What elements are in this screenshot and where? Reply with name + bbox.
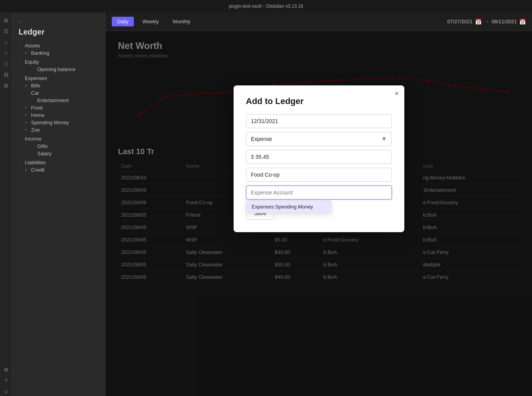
tree-row-entertainment[interactable]: Entertainment [12,97,105,104]
tree-toggle-home: + [25,113,31,117]
account-field: Expenses:Spending Money [246,186,392,200]
tree-toggle-zoe: + [25,128,31,132]
account-input[interactable] [246,186,392,200]
tree-label-entertainment: Entertainment [37,97,99,103]
tree-item-income: - Income Gifts Salary [12,134,105,158]
autocomplete-item-0[interactable]: Expenses:Spending Money [246,201,331,213]
tree-row-opening-balance[interactable]: Opening balance [12,66,105,73]
titlebar: plugin-test-vault - Obsidian v0.13.16 [0,0,532,12]
add-to-ledger-modal: × Add to Ledger Expense Income Transfer … [234,85,404,232]
amount-prefix: $ [251,154,254,160]
rail-icon-files[interactable]: ☰ [2,26,11,36]
date-field [246,114,392,128]
tree-row-home[interactable]: + Home [12,111,105,119]
tree-toggle-spending: + [25,120,31,125]
amount-input[interactable] [255,150,386,163]
tree-label-expenses: Expenses [25,75,99,81]
date-range-group: 07/27/2021 📅 → 08/11/2021 📅 [447,19,526,25]
tree-label-zoe: Zoe [31,127,99,133]
tree-label-bills: Bills [31,83,99,89]
period-daily-btn[interactable]: Daily [112,17,134,26]
date-arrow-icon: → [484,19,489,25]
tree-row-expenses[interactable]: - Expenses [12,75,105,82]
tree-row-zoe[interactable]: + Zoe [12,126,105,134]
rail-icon-search[interactable]: ⌕ [2,37,11,47]
tree-label-food: Food [31,105,99,111]
top-bar: Daily Weekly Monthly 07/27/2021 📅 → 08/1… [106,12,532,31]
period-weekly-btn[interactable]: Weekly [137,17,164,26]
tree-item-assets: - Assets + Banking [12,41,105,57]
tree-toggle-expenses: - [19,76,25,80]
calendar-from-icon[interactable]: 📅 [475,19,482,25]
tree-label-income: Income [25,136,99,142]
page-body: Net Worth Assets minus liabilities [106,31,532,396]
tree-row-income[interactable]: - Income [12,135,105,142]
amount-field: $ [246,150,392,164]
sidebar-title: Ledger [12,26,105,41]
tree-label-home: Home [31,112,99,118]
tree-label-opening: Opening balance [37,66,99,72]
date-from: 07/27/2021 📅 [447,19,482,25]
rail-icon-star[interactable]: ☆ [2,48,11,57]
tree-label-equity: Equity [25,59,99,65]
modal-close-btn[interactable]: × [395,90,399,97]
main-content: Daily Weekly Monthly 07/27/2021 📅 → 08/1… [106,12,532,396]
tree-row-car[interactable]: Car [12,89,105,97]
date-from-value: 07/27/2021 [447,19,473,24]
date-to: 08/11/2021 📅 [492,19,526,25]
tree-item-expenses: - Expenses + Bills Car Entertainment + F… [12,74,105,134]
calendar-to-icon[interactable]: 📅 [519,19,526,25]
tree-label-spending: Spending Money [31,120,99,125]
tree-label-banking: Banking [31,50,99,56]
rail-icon-settings[interactable]: ⚙ [2,365,11,374]
titlebar-title: plugin-test-vault - Obsidian v0.13.16 [229,3,303,9]
date-to-value: 08/11/2021 [492,19,517,24]
sidebar-back-btn[interactable]: ‹ [12,17,105,26]
period-monthly-btn[interactable]: Monthly [167,17,196,26]
tree-toggle-banking: + [25,51,31,55]
tree-row-food[interactable]: + Food [12,104,105,111]
tree-item-equity: - Equity Opening balance [12,57,105,74]
tree-toggle-food: + [25,106,31,110]
tree-label-salary: Salary [37,151,99,156]
rail-icon-graph[interactable]: ⬡ [2,59,11,68]
tree-row-equity[interactable]: - Equity [12,58,105,66]
sidebar: ‹ Ledger - Assets + Banking - Equity Ope… [12,12,106,396]
payee-field [246,168,392,182]
rail-icon-grid[interactable]: ⊞ [2,16,11,25]
tree-label-assets: Assets [25,43,99,49]
rail-icon-link[interactable]: ⛓ [2,70,11,79]
tree-toggle-assets: - [19,43,25,48]
amount-wrapper: $ [246,150,392,164]
rail-icon-account[interactable]: ☺ [2,387,11,396]
tree-label-car: Car [31,90,99,96]
rail-icon-help[interactable]: ? [2,376,11,385]
date-input[interactable] [246,114,392,128]
modal-overlay: × Add to Ledger Expense Income Transfer … [106,31,532,396]
tree-row-spending-money[interactable]: + Spending Money [12,119,105,126]
modal-title: Add to Ledger [246,96,392,106]
tree-row-gifts[interactable]: Gifts [12,142,105,150]
tree-item-liabilities: - Liabilities + Credit [12,158,105,174]
type-field: Expense Income Transfer ▼ [246,132,392,146]
tree-row-liabilities[interactable]: - Liabilities [12,159,105,166]
tree-toggle-income: - [19,137,25,141]
tree-toggle-credit: + [25,168,31,172]
tree-row-banking[interactable]: + Banking [12,49,105,57]
payee-input[interactable] [246,168,392,182]
tree-row-assets[interactable]: - Assets [12,42,105,49]
tree-row-credit[interactable]: + Credit [12,166,105,174]
tree-row-salary[interactable]: Salary [12,150,105,157]
tree-row-bills[interactable]: + Bills [12,82,105,89]
tree-toggle-equity: - [19,60,25,64]
type-select[interactable]: Expense Income Transfer [246,132,392,146]
rail-icon-tag[interactable]: ⊞ [2,81,11,90]
icon-rail: ⊞ ☰ ⌕ ☆ ⬡ ⛓ ⊞ ⚙ ? ☺ [0,12,12,396]
tree-toggle-bills: + [25,83,31,88]
tree-toggle-liabilities: - [19,160,25,165]
autocomplete-dropdown: Expenses:Spending Money [246,200,331,213]
tree-label-liabilities: Liabilities [25,160,99,165]
tree-label-gifts: Gifts [37,143,99,149]
tree-label-credit: Credit [31,167,99,173]
